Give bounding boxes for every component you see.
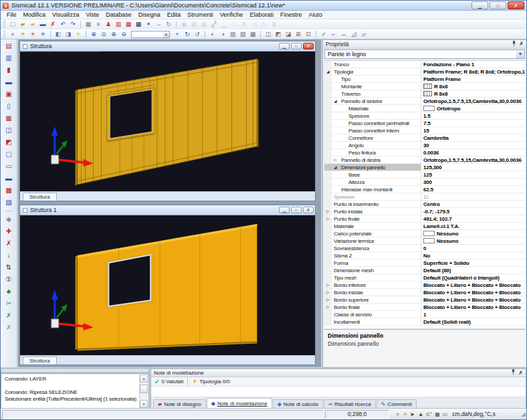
property-row-classe-di-servizio[interactable]: Classe di servizio1 xyxy=(324,311,525,318)
property-value[interactable]: Default (80) xyxy=(421,267,525,274)
user-icon[interactable]: ♟ xyxy=(104,20,113,29)
notes-content-area[interactable] xyxy=(151,387,526,397)
new-icon[interactable]: ▢ xyxy=(8,20,17,29)
trave-icon[interactable]: ▥ xyxy=(4,54,13,62)
property-row-forma[interactable]: FormaSuperficie + Solido xyxy=(324,259,525,267)
menu-disegna[interactable]: Disegna xyxy=(135,11,164,18)
delete-icon[interactable]: ✗ xyxy=(48,20,58,29)
menu-verifiche[interactable]: Verifiche xyxy=(217,11,247,18)
viewport-window-struttura-1[interactable]: Struttura 1 ▁ □ ✗ xyxy=(19,205,316,365)
property-value[interactable]: 1.5 xyxy=(421,112,525,119)
scroll-thumb[interactable] xyxy=(140,385,148,393)
property-row-spessore[interactable]: Spessore1.5 xyxy=(324,112,525,120)
property-value[interactable]: Ortotropo,1.5,7.5,15,Cambretta,30,0.0036 xyxy=(421,98,525,104)
close-icon[interactable]: ✗ xyxy=(518,371,523,376)
property-row-altezza[interactable]: Altezza300 xyxy=(324,179,525,186)
property-value[interactable]: 7.5 xyxy=(421,120,525,126)
cursor-icon[interactable]: ▲ xyxy=(418,411,423,417)
filtro-icon[interactable]: ✗ xyxy=(4,311,13,320)
property-value[interactable]: R 8x8 xyxy=(421,90,525,97)
tab-note-di-modellazione[interactable]: ◆Note di modellazione xyxy=(207,398,272,409)
zoom-scale-combobox[interactable]: ▾ xyxy=(131,31,170,38)
menu-elaborati[interactable]: Elaborati xyxy=(246,11,277,18)
chart-icon[interactable]: ▥ xyxy=(114,20,123,29)
window-titlebar[interactable]: S Sismicad 12.1 VERSIONE PRELIMINARE - C… xyxy=(1,1,526,11)
property-row-angolo[interactable]: Angolo30 xyxy=(324,142,525,149)
property-value[interactable]: -0.7; -179.5 xyxy=(421,208,525,215)
light-icon[interactable]: ☀ xyxy=(403,411,407,417)
viewport-window-struttura[interactable]: Struttura ▁ □ ✗ xyxy=(19,41,316,201)
property-row-interasse-max-montanti[interactable]: Interasse max montanti62.5 xyxy=(324,186,525,193)
property-row-tipo[interactable]: TipoPlatform Frame xyxy=(324,76,525,83)
open-icon[interactable]: ▰ xyxy=(18,20,27,29)
property-value[interactable]: 125 xyxy=(421,171,525,178)
star-icon[interactable]: ✦ xyxy=(144,20,153,29)
property-value[interactable]: Ortotropo xyxy=(421,105,525,112)
property-row-sisma-z[interactable]: Sisma ZNo xyxy=(324,252,525,259)
property-value[interactable]: 62.5 xyxy=(421,186,525,193)
command-window-grip[interactable] xyxy=(1,369,149,373)
spot-light-icon[interactable]: ☀ xyxy=(38,30,47,39)
filter-nodes-icon[interactable]: ⊡ xyxy=(304,30,313,39)
ortho-icon[interactable]: C° xyxy=(426,411,432,417)
property-value[interactable]: 0 xyxy=(421,245,525,251)
minimize-button[interactable]: ▁ xyxy=(471,1,488,9)
menu-visualizza[interactable]: Visualizza xyxy=(49,11,82,18)
property-value[interactable]: Centro xyxy=(421,201,525,207)
property-row-pannello-di-sinistra[interactable]: ◢Pannello di sinistraOrtotropo,1.5,7.5,1… xyxy=(324,98,525,105)
favorites-icon[interactable]: ★ xyxy=(395,411,400,417)
ripristina-icon[interactable]: ✗ xyxy=(4,239,13,247)
property-row-tronco[interactable]: TroncoFondazione - Piano 1 xyxy=(324,61,525,68)
pan-icon[interactable]: + xyxy=(173,30,182,39)
expander-closed-icon[interactable]: ▷ xyxy=(334,158,337,163)
plinto-icon[interactable]: ▣ xyxy=(4,90,13,98)
expander-closed-icon[interactable]: ▷ xyxy=(326,305,330,310)
property-row-tipologia[interactable]: ◢TipologiaPlatform Frame; R 8x8; R 8x8; … xyxy=(324,68,525,76)
property-row-tipo-mesh[interactable]: Tipo meshDefault (Quadrilateri o triango… xyxy=(324,274,525,282)
property-row-bordo-inferiore[interactable]: ▷Bordo inferioreBloccato + Libero + Bloc… xyxy=(324,282,525,289)
close-icon[interactable]: ✗ xyxy=(519,41,524,47)
tirante-icon[interactable]: ▬ xyxy=(4,174,13,183)
close-button[interactable]: ✗ xyxy=(508,1,524,9)
property-value[interactable]: Platform Frame xyxy=(421,76,525,82)
pin-icon[interactable] xyxy=(511,369,516,377)
property-value[interactable]: 1 xyxy=(421,311,525,318)
grid-red-icon[interactable]: ▦ xyxy=(124,20,133,29)
property-row-passo-connettori-interni[interactable]: Passo connettori interni15 xyxy=(324,127,525,134)
tipologia-filter-label[interactable]: Tipologia 0/0 xyxy=(199,379,230,385)
property-row-variazione-termica[interactable]: Variazione termicaNessuno xyxy=(324,237,525,245)
property-value[interactable]: Platform Frame; R 8x8; R 8x8; Ortotropo,… xyxy=(421,68,525,75)
parete-icon[interactable]: ▤ xyxy=(4,41,13,50)
property-row-pannello-di-destra[interactable]: ▷Pannello di destraOrtotropo,1.5,7.5,15,… xyxy=(324,156,525,164)
viewport-tab-struttura[interactable]: Struttura xyxy=(23,356,57,364)
restore-button[interactable]: □ xyxy=(490,1,506,9)
property-row-incollamenti[interactable]: IncollamentiDefault (Solidi reali) xyxy=(324,318,525,326)
filter-walls-icon[interactable]: ◫ xyxy=(264,30,273,39)
viewport-close-button[interactable]: ✗ xyxy=(303,207,314,213)
filter-columns-icon[interactable]: ◪ xyxy=(284,30,293,39)
tile-horizontal-icon[interactable]: ▤ xyxy=(189,20,199,29)
dimension-icon[interactable]: ↔ xyxy=(339,30,348,39)
property-value[interactable]: Ortotropo,1.5,7.5,15,Cambretta,30,0.0036 xyxy=(421,156,525,163)
property-value[interactable]: 15 xyxy=(421,127,525,134)
previous-view-icon[interactable]: ↺ xyxy=(193,30,202,39)
property-row-base[interactable]: Base125 xyxy=(324,171,525,179)
balcone-icon[interactable]: ◫ xyxy=(4,126,13,134)
expander-open-icon[interactable]: ◢ xyxy=(334,99,337,104)
resize-grip[interactable]: ◢ xyxy=(521,411,526,417)
viewport-2-canvas-3d[interactable] xyxy=(20,215,315,355)
property-value[interactable]: Default (Solidi reali) xyxy=(421,318,525,325)
expander-closed-icon[interactable]: ▷ xyxy=(326,217,330,221)
menu-database[interactable]: Database xyxy=(102,11,135,18)
zoom-dynamic-icon[interactable]: ⊙ xyxy=(99,30,108,39)
shaded-icon[interactable]: ◨ xyxy=(64,30,73,39)
expander-closed-icon[interactable]: ▷ xyxy=(326,290,330,295)
deselect-icon[interactable]: ▩ xyxy=(248,30,257,39)
command-history[interactable]: Comando: LAYER Comando: Ripresa SELEZION… xyxy=(1,373,149,409)
render-icon[interactable]: ● xyxy=(8,30,17,39)
tab-note-di-calcolo[interactable]: ◆Note di calcolo xyxy=(273,399,324,409)
taglio-icon[interactable]: ✂ xyxy=(4,299,13,308)
minimize-all-icon[interactable]: ▁ xyxy=(219,20,229,29)
property-value[interactable]: Cambretta xyxy=(421,134,525,141)
expander-open-icon[interactable]: ◢ xyxy=(334,165,337,170)
